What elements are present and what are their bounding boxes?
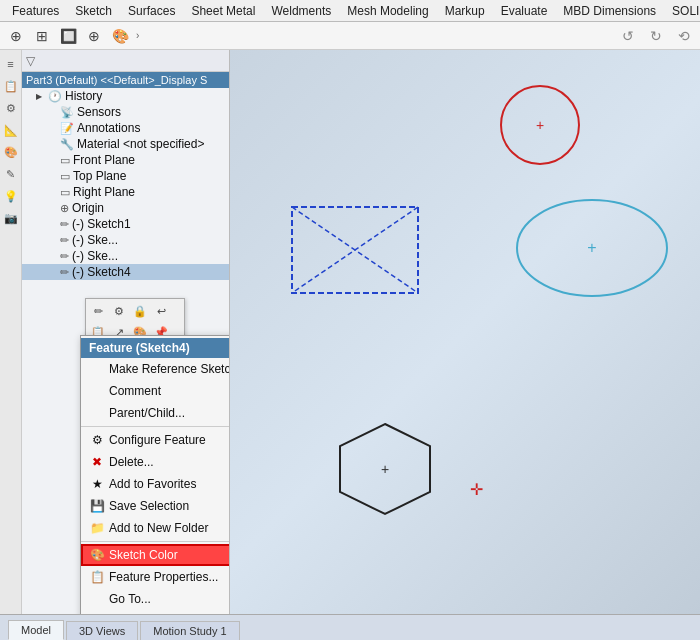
tab-model[interactable]: Model xyxy=(8,620,64,640)
menu-markup[interactable]: Markup xyxy=(437,2,493,20)
toolbar-grid[interactable]: ⊞ xyxy=(30,24,54,48)
tree-label-front-plane: Front Plane xyxy=(73,153,135,167)
tree-item-sketch2[interactable]: ✏ (-) Ske... xyxy=(22,232,229,248)
toolbar-expand[interactable]: › xyxy=(136,30,139,41)
ctx-comment[interactable]: Comment › xyxy=(81,380,229,402)
right-plane-icon: ▭ xyxy=(60,186,70,199)
front-plane-icon: ▭ xyxy=(60,154,70,167)
left-panel: ≡ 📋 ⚙ 📐 🎨 ✎ 💡 📷 ▽ Part3 (Default) <<Defa… xyxy=(0,50,230,614)
left-icon-property[interactable]: 📋 xyxy=(1,76,21,96)
svg-text:+: + xyxy=(381,461,389,477)
menu-weldments[interactable]: Weldments xyxy=(263,2,339,20)
menu-sketch[interactable]: Sketch xyxy=(67,2,120,20)
ft-btn-2[interactable]: ⚙ xyxy=(109,301,129,321)
sketch4-icon: ✏ xyxy=(60,266,69,279)
shape-blue-rect xyxy=(290,205,420,295)
menu-surfaces[interactable]: Surfaces xyxy=(120,2,183,20)
ctx-label-favorites: Add to Favorites xyxy=(109,477,196,491)
sketch2-icon: ✏ xyxy=(60,234,69,247)
menu-sheet-metal[interactable]: Sheet Metal xyxy=(183,2,263,20)
ctx-label-parent: Parent/Child... xyxy=(109,406,185,420)
ctx-favorites[interactable]: ★ Add to Favorites xyxy=(81,473,229,495)
ctx-icon-parent xyxy=(89,405,105,421)
ctx-label-configure: Configure Feature xyxy=(109,433,206,447)
material-icon: 🔧 xyxy=(60,138,74,151)
ctx-label-props: Feature Properties... xyxy=(109,570,218,584)
left-icon-features[interactable]: ≡ xyxy=(1,54,21,74)
shape-cyan-ellipse: + xyxy=(515,198,670,298)
tree-item-front-plane[interactable]: ▭ Front Plane xyxy=(22,152,229,168)
ctx-icon-ref xyxy=(89,361,105,377)
tree-arrow-history[interactable]: ▶ xyxy=(36,92,46,101)
menu-addins[interactable]: SOLIDWORKS Add-Ins xyxy=(664,2,700,20)
left-icon-config[interactable]: ⚙ xyxy=(1,98,21,118)
context-menu: Feature (Sketch4) Make Reference Sketch … xyxy=(80,335,229,614)
ctx-add-folder[interactable]: 📁 Add to New Folder xyxy=(81,517,229,539)
tree-item-annotations[interactable]: 📝 Annotations xyxy=(22,120,229,136)
tree-item-history[interactable]: ▶ 🕐 History xyxy=(22,88,229,104)
left-icon-custom[interactable]: ✎ xyxy=(1,164,21,184)
tree-item-sketch1[interactable]: ✏ (-) Sketch1 xyxy=(22,216,229,232)
tree-arrow-sketch2 xyxy=(48,236,58,245)
left-icon-dim[interactable]: 📐 xyxy=(1,120,21,140)
tree-arrow-sensors xyxy=(48,108,58,117)
top-right-icon-redo[interactable]: ↻ xyxy=(644,24,668,48)
top-right-icon-undo[interactable]: ↺ xyxy=(616,24,640,48)
tab-3d-views[interactable]: 3D Views xyxy=(66,621,138,640)
ctx-create-folder[interactable]: 📁 Create New Folder xyxy=(81,610,229,614)
left-icon-light[interactable]: 💡 xyxy=(1,186,21,206)
tree-item-right-plane[interactable]: ▭ Right Plane xyxy=(22,184,229,200)
toolbar-smart-dimension[interactable]: ⊕ xyxy=(4,24,28,48)
filter-row: ▽ xyxy=(22,50,229,72)
tree-label-sketch4: (-) Sketch4 xyxy=(72,265,131,279)
ctx-make-ref-sketch[interactable]: Make Reference Sketch xyxy=(81,358,229,380)
tree-item-material[interactable]: 🔧 Material <not specified> xyxy=(22,136,229,152)
tree-item-origin[interactable]: ⊕ Origin xyxy=(22,200,229,216)
tree-item-sketch3[interactable]: ✏ (-) Ske... xyxy=(22,248,229,264)
ctx-save-selection[interactable]: 💾 Save Selection › xyxy=(81,495,229,517)
filter-icon: ▽ xyxy=(26,54,35,68)
ctx-parent-child[interactable]: Parent/Child... xyxy=(81,402,229,424)
tree-label-sensors: Sensors xyxy=(77,105,121,119)
ctx-icon-configure: ⚙ xyxy=(89,432,105,448)
ctx-sep-2 xyxy=(81,541,229,542)
tree-item-sketch4[interactable]: ✏ (-) Sketch4 xyxy=(22,264,229,280)
top-right-icon-refresh[interactable]: ⟲ xyxy=(672,24,696,48)
toolbar-target[interactable]: ⊕ xyxy=(82,24,106,48)
ctx-icon-favorites: ★ xyxy=(89,476,105,492)
ft-btn-1[interactable]: ✏ xyxy=(88,301,108,321)
menu-mesh[interactable]: Mesh Modeling xyxy=(339,2,436,20)
ctx-delete[interactable]: ✖ Delete... xyxy=(81,451,229,473)
ctx-feature-props[interactable]: 📋 Feature Properties... xyxy=(81,566,229,588)
ctx-label-save: Save Selection xyxy=(109,499,189,513)
left-icon-appearance[interactable]: 🎨 xyxy=(1,142,21,162)
sensors-icon: 📡 xyxy=(60,106,74,119)
toolbar-snap[interactable]: 🔲 xyxy=(56,24,80,48)
tree-item-top-plane[interactable]: ▭ Top Plane xyxy=(22,168,229,184)
top-plane-icon: ▭ xyxy=(60,170,70,183)
menu-evaluate[interactable]: Evaluate xyxy=(493,2,556,20)
tab-bar: Model 3D Views Motion Study 1 xyxy=(0,614,700,640)
ctx-goto[interactable]: Go To... xyxy=(81,588,229,610)
left-icon-cam[interactable]: 📷 xyxy=(1,208,21,228)
tree-arrow-front xyxy=(48,156,58,165)
toolbar-color[interactable]: 🎨 xyxy=(108,24,132,48)
left-toolbar: ≡ 📋 ⚙ 📐 🎨 ✎ 💡 📷 xyxy=(0,50,22,614)
menu-mbd[interactable]: MBD Dimensions xyxy=(555,2,664,20)
ft-btn-3[interactable]: 🔒 xyxy=(130,301,150,321)
menu-features[interactable]: Features xyxy=(4,2,67,20)
sketch1-icon: ✏ xyxy=(60,218,69,231)
tree-label-history: History xyxy=(65,89,102,103)
tree-item-sensors[interactable]: 📡 Sensors xyxy=(22,104,229,120)
ctx-icon-add-folder: 📁 xyxy=(89,520,105,536)
toolbar: ⊕ ⊞ 🔲 ⊕ 🎨 › ↺ ↻ ⟲ xyxy=(0,22,700,50)
tree-label-right-plane: Right Plane xyxy=(73,185,135,199)
ft-btn-4[interactable]: ↩ xyxy=(151,301,171,321)
tab-motion-study[interactable]: Motion Study 1 xyxy=(140,621,239,640)
ctx-icon-create-folder: 📁 xyxy=(89,613,105,614)
ctx-icon-delete: ✖ xyxy=(89,454,105,470)
ctx-configure[interactable]: ⚙ Configure Feature xyxy=(81,429,229,451)
ctx-sketch-color[interactable]: 🎨 Sketch Color xyxy=(81,544,229,566)
ctx-label-goto: Go To... xyxy=(109,592,151,606)
origin-icon: ⊕ xyxy=(60,202,69,215)
